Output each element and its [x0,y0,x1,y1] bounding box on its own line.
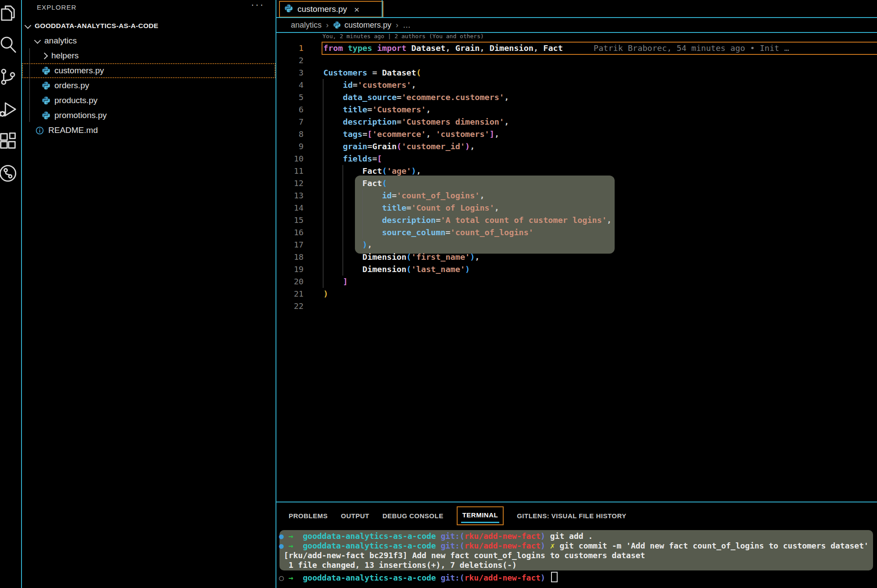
line-number[interactable]: 8 [276,128,304,140]
breadcrumb-item-customers-py[interactable]: customers.py [333,21,391,30]
code-text: tags=['ecommerce', 'customers'], [323,128,499,140]
line-number[interactable]: 19 [276,263,304,276]
line-number[interactable]: 7 [276,116,304,128]
code-line-6[interactable]: 6 title='Customers', [276,104,877,116]
gitlens-inline-blame: Patrik Braborec, 54 minutes ago • Init … [594,42,789,54]
code-line-17[interactable]: 17 ), [276,239,877,251]
line-number[interactable]: 18 [276,251,304,263]
vscode-window: EXPLORER ··· GOODDATA-ANALYTICS-AS-A-COD… [0,0,877,588]
extensions-icon[interactable] [0,131,18,151]
code-text: source_column='count_of_logins' [323,226,533,239]
code-line-13[interactable]: 13 id='count_of_logins', [276,190,877,202]
code-line-18[interactable]: 18 Dimension('first_name'), [276,251,877,263]
panel-tab-gitlens-visual-file-history[interactable]: GITLENS: VISUAL FILE HISTORY [517,512,626,520]
explorer-item-products-py[interactable]: products.py [22,93,276,108]
line-number[interactable]: 3 [276,67,304,79]
code-line-9[interactable]: 9 grain=Grain('customer_id'), [276,140,877,153]
line-number[interactable]: 16 [276,226,304,239]
terminal-line-2: ● → gooddata-analytics-as-a-code git:(rk… [279,541,869,551]
tab-label: customers.py [297,4,347,14]
files-icon[interactable] [0,3,18,23]
gitlens-icon[interactable] [0,163,18,183]
chevron-right-icon [41,52,48,59]
code-line-10[interactable]: 10 fields=[ [276,153,877,165]
explorer-item-label: products.py [54,96,97,105]
breadcrumb-item-analytics[interactable]: analytics [291,21,322,30]
code-line-22[interactable]: 22 [276,300,877,312]
line-number[interactable]: 10 [276,153,304,165]
search-icon[interactable] [0,34,18,54]
code-line-11[interactable]: 11 Fact('age'), [276,165,877,177]
explorer-item-readme-md[interactable]: README.md [22,123,276,138]
panel-tab-debug-console[interactable]: DEBUG CONSOLE [383,512,444,520]
panel-tab-output[interactable]: OUTPUT [341,512,369,520]
line-number[interactable]: 12 [276,177,304,190]
line-number[interactable]: 15 [276,214,304,226]
explorer-item-label: GOODDATA-ANALYTICS-AS-A-CODE [35,22,158,30]
code-line-8[interactable]: 8 tags=['ecommerce', 'customers'], [276,128,877,140]
code-text: ), [323,239,372,251]
explorer-item-label: analytics [44,36,77,46]
line-number[interactable]: 21 [276,288,304,300]
close-icon[interactable]: × [354,5,359,14]
code-text: ] [323,276,348,288]
line-number[interactable]: 11 [276,165,304,177]
explorer-item-label: orders.py [54,81,89,90]
code-text: description='A total count of customer l… [323,214,612,226]
line-number[interactable]: 6 [276,104,304,116]
code-text: Dimension('first_name'), [323,251,480,263]
explorer-item-helpers[interactable]: helpers [22,48,276,63]
explorer-item-promotions-py[interactable]: promotions.py [22,108,276,123]
code-text: title='Count of Logins', [323,202,499,214]
code-line-3[interactable]: 3Customers = Dataset( [276,67,877,79]
code-line-21[interactable]: 21) [276,288,877,300]
breadcrumb-item--[interactable]: … [403,21,411,30]
code-line-1[interactable]: 1from types import Dataset, Grain, Dimen… [276,42,877,54]
terminal-line-3: [rku/add-new-fact bc291f3] Add new fact … [279,551,645,560]
panel-tab-active-box[interactable]: TERMINAL [457,506,504,525]
code-line-2[interactable]: 2 [276,54,877,67]
explorer-item-label: README.md [48,125,98,135]
activity-bar [0,0,21,588]
tab-customers-py[interactable]: customers.py × [279,1,383,18]
python-icon [284,4,293,14]
panel-tab-bar: PROBLEMSOUTPUTDEBUG CONSOLETERMINALGITLE… [276,502,877,529]
code-line-7[interactable]: 7 description='Customers dimension', [276,116,877,128]
line-number[interactable]: 22 [276,300,304,312]
panel-tab-terminal[interactable]: TERMINAL [462,511,498,519]
line-number[interactable]: 4 [276,79,304,91]
code-line-4[interactable]: 4 id='customers', [276,79,877,91]
code-line-20[interactable]: 20 ] [276,276,877,288]
code-line-14[interactable]: 14 title='Count of Logins', [276,202,877,214]
python-icon [41,66,50,75]
code-text: ) [323,288,328,300]
run-debug-icon[interactable] [0,99,18,119]
explorer-item-orders-py[interactable]: orders.py [22,78,276,93]
line-number[interactable]: 13 [276,190,304,202]
code-line-12[interactable]: 12 Fact( [276,177,877,190]
line-number[interactable]: 5 [276,91,304,104]
code-text: id='customers', [323,79,416,91]
code-text: fields=[ [323,153,382,165]
line-number[interactable]: 17 [276,239,304,251]
code-line-5[interactable]: 5 data_source='ecommerce.customers', [276,91,877,104]
code-text: from types import Dataset, Grain, Dimens… [323,42,563,54]
terminal-line-5: ○ → gooddata-analytics-as-a-code git:(rk… [279,572,558,583]
line-number[interactable]: 14 [276,202,304,214]
source-control-icon[interactable] [0,67,18,87]
code-line-16[interactable]: 16 source_column='count_of_logins' [276,226,877,239]
explorer-item-analytics[interactable]: analytics [22,33,276,48]
code-text: description='Customers dimension', [323,116,509,128]
explorer-item-customers-py[interactable]: customers.py [22,63,276,78]
explorer-item-gooddata-analytics-as-a-code[interactable]: GOODDATA-ANALYTICS-AS-A-CODE [22,18,276,33]
line-number[interactable]: 9 [276,140,304,153]
panel-tab-problems[interactable]: PROBLEMS [289,512,328,520]
line-number[interactable]: 1 [276,42,304,54]
more-actions-icon[interactable]: ··· [251,0,265,11]
breadcrumb: analytics›customers.py›… [276,18,877,32]
line-number[interactable]: 20 [276,276,304,288]
code-line-19[interactable]: 19 Dimension('last_name') [276,263,877,276]
code-text: Customers = Dataset( [323,67,421,79]
code-line-15[interactable]: 15 description='A total count of custome… [276,214,877,226]
line-number[interactable]: 2 [276,54,304,67]
